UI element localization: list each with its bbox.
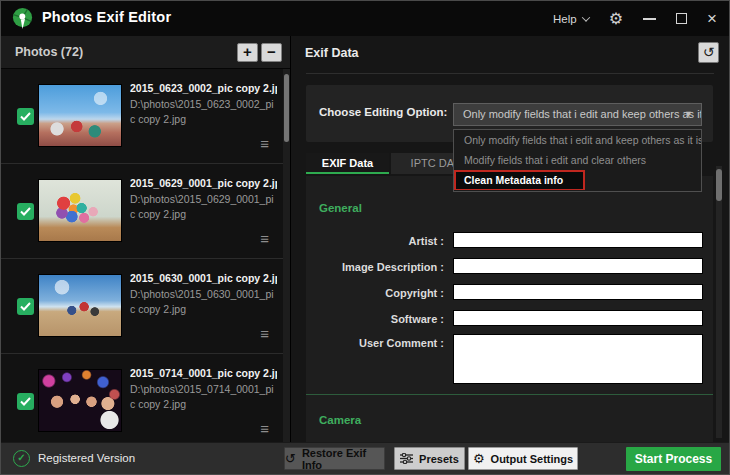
chevron-down-icon (581, 13, 589, 21)
photo-text: 2015_0630_0001_pic copy 2.jpg D:\photos\… (130, 272, 277, 316)
software-label: Software : (306, 313, 444, 325)
form-scrollbar[interactable] (716, 166, 722, 438)
status-bar: ✓ Registered Version ↺ Restore Exif Info… (1, 442, 729, 474)
app-window: Photos Exif Editor Help ⚙ × Photos (72) … (0, 0, 730, 475)
photos-header: Photos (72) + − (1, 36, 290, 69)
registered-check-icon: ✓ (13, 450, 30, 467)
user-comment-field[interactable] (453, 334, 703, 384)
artist-field[interactable] (453, 232, 703, 248)
editing-option-dropdown: Only modify fields that i edit and keep … (453, 129, 702, 192)
photo-path: D:\photos\2015_0623_0002_pic copy 2.jpg (130, 97, 277, 126)
photo-name: 2015_0629_0001_pic copy 2.jpg (130, 177, 277, 189)
scrollbar-thumb[interactable] (716, 169, 722, 201)
restore-icon: ↺ (285, 452, 296, 465)
check-icon (20, 207, 31, 216)
copyright-field[interactable] (453, 284, 703, 300)
output-settings-button[interactable]: ⚙ Output Settings (468, 447, 578, 470)
header-divider (306, 73, 714, 74)
photo-thumbnail (38, 274, 122, 337)
photo-list: 2015_0623_0002_pic copy 2.jpg D:\photos\… (1, 69, 283, 442)
titlebar: Photos Exif Editor Help ⚙ × (1, 1, 729, 36)
photo-checkbox[interactable] (17, 108, 34, 125)
photo-thumbnail (38, 369, 122, 432)
dropdown-option-clean-metadata[interactable]: Clean Metadata info (454, 170, 701, 190)
photo-checkbox[interactable] (17, 393, 34, 410)
exif-form-area: General Artist : Image Description : Cop… (306, 176, 713, 442)
photo-list-item[interactable]: 2015_0623_0002_pic copy 2.jpg D:\photos\… (1, 69, 283, 164)
editing-option-select[interactable]: Only modify fields that i edit and keep … (453, 103, 702, 126)
section-camera: Camera (319, 414, 361, 426)
registered-version-text: Registered Version (38, 452, 135, 464)
item-menu-icon[interactable]: ≡ (260, 231, 269, 246)
photo-text: 2015_0714_0001_pic copy 2.jpg D:\photos\… (130, 367, 277, 411)
scrollbar-thumb[interactable] (284, 74, 289, 142)
photo-list-scrollbar[interactable] (283, 69, 290, 442)
image-description-field[interactable] (453, 258, 703, 274)
photo-thumbnail (38, 179, 122, 242)
photo-path: D:\photos\2015_0630_0001_pic copy 2.jpg (130, 287, 277, 316)
artist-label: Artist : (306, 235, 444, 247)
photo-path: D:\photos\2015_0714_0001_pic copy 2.jpg (130, 382, 277, 411)
item-menu-icon[interactable]: ≡ (260, 421, 269, 436)
close-button[interactable]: × (707, 10, 717, 27)
titlebar-controls: Help ⚙ × (553, 1, 717, 36)
photo-name: 2015_0623_0002_pic copy 2.jpg (130, 82, 277, 94)
editing-option-label: Choose Editing Option: (319, 106, 447, 118)
photo-text: 2015_0629_0001_pic copy 2.jpg D:\photos\… (130, 177, 277, 221)
settings-gear-icon[interactable]: ⚙ (609, 11, 623, 27)
refresh-button[interactable]: ↺ (698, 42, 719, 63)
software-field[interactable] (453, 310, 703, 326)
item-menu-icon[interactable]: ≡ (260, 326, 269, 341)
photos-panel: Photos (72) + − 2015_0623_0002_pic copy … (1, 36, 291, 442)
presets-sliders-icon (400, 453, 413, 464)
section-general: General (319, 202, 362, 214)
exif-panel-title: Exif Data (305, 46, 359, 60)
presets-button[interactable]: Presets (394, 447, 465, 470)
maximize-button[interactable] (676, 13, 687, 24)
copyright-label: Copyright : (306, 287, 444, 299)
dropdown-option-clear-others[interactable]: Modify fields that i edit and clear othe… (454, 150, 701, 170)
check-icon (20, 302, 31, 311)
photo-thumbnail (38, 84, 122, 147)
photo-path: D:\photos\2015_0629_0001_pic copy 2.jpg (130, 192, 277, 221)
photo-list-item[interactable]: 2015_0714_0001_pic copy 2.jpg D:\photos\… (1, 354, 283, 442)
image-description-label: Image Description : (306, 261, 444, 273)
photo-name: 2015_0630_0001_pic copy 2.jpg (130, 272, 277, 284)
check-icon (20, 397, 31, 406)
add-photos-button[interactable]: + (237, 43, 258, 62)
help-label: Help (553, 13, 577, 25)
help-menu[interactable]: Help (553, 13, 589, 25)
tab-exif-data[interactable]: EXIF Data (306, 153, 389, 174)
minimize-button[interactable] (643, 18, 656, 20)
photo-checkbox[interactable] (17, 203, 34, 220)
photo-name: 2015_0714_0001_pic copy 2.jpg (130, 367, 277, 379)
photo-list-item[interactable]: 2015_0629_0001_pic copy 2.jpg D:\photos\… (1, 164, 283, 259)
user-comment-label: User Comment : (306, 337, 444, 349)
output-gear-icon: ⚙ (473, 452, 485, 465)
exif-panel: Exif Data ↺ Choose Editing Option: Only … (291, 36, 729, 442)
dropdown-arrow-icon: ▼ (684, 104, 693, 125)
refresh-icon: ↺ (703, 44, 715, 60)
item-menu-icon[interactable]: ≡ (260, 136, 269, 151)
editing-option-value: Only modify fields that i edit and keep … (463, 108, 702, 120)
photo-checkbox[interactable] (17, 298, 34, 315)
app-logo-icon (11, 7, 34, 30)
check-icon (20, 112, 31, 121)
start-process-button[interactable]: Start Process (626, 447, 721, 471)
section-divider (306, 394, 713, 395)
photos-count-title: Photos (72) (15, 45, 83, 59)
app-title: Photos Exif Editor (42, 9, 171, 25)
remove-photos-button[interactable]: − (261, 43, 282, 62)
photo-list-item[interactable]: 2015_0630_0001_pic copy 2.jpg D:\photos\… (1, 259, 283, 354)
restore-exif-button[interactable]: ↺ Restore Exif Info (284, 447, 385, 470)
dropdown-option-keep-others[interactable]: Only modify fields that i edit and keep … (454, 130, 701, 150)
photo-text: 2015_0623_0002_pic copy 2.jpg D:\photos\… (130, 82, 277, 126)
